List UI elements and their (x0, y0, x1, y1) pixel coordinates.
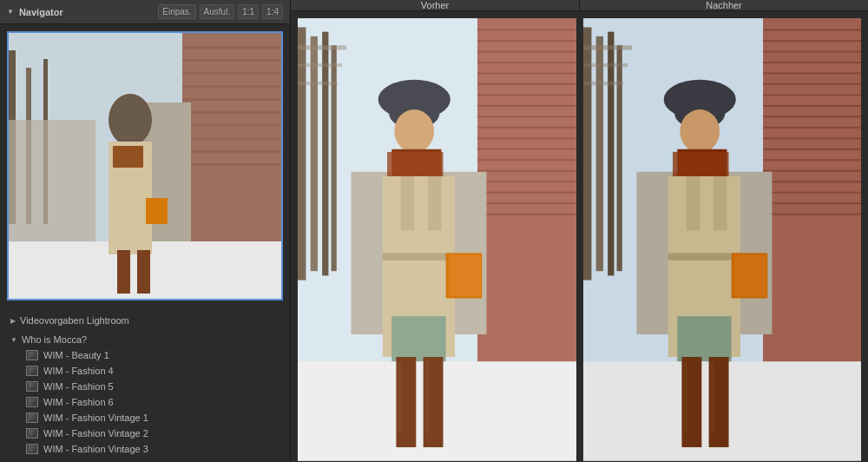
svg-rect-59 (401, 176, 415, 230)
svg-rect-112 (683, 361, 687, 433)
preset-group-who-is-mocca: ▼ Who is Mocca? WIM - Beauty 1 WIM - Fas… (0, 330, 290, 459)
navigator-image-container (0, 24, 290, 307)
svg-rect-23 (9, 120, 95, 241)
svg-rect-85 (763, 105, 861, 107)
preset-group-header-videovorgaben[interactable]: ▶ Videovorgaben Lightroom (0, 313, 290, 328)
preset-icon-wim-fashion-vintage2 (26, 428, 38, 439)
svg-rect-95 (763, 214, 861, 215)
svg-rect-3 (182, 59, 283, 62)
svg-rect-32 (477, 18, 575, 398)
group-label-who-is-mocca: Who is Mocca? (22, 334, 87, 345)
svg-rect-45 (477, 159, 575, 161)
preset-icon-wim-beauty1 (26, 350, 38, 360)
svg-rect-93 (763, 192, 861, 194)
svg-rect-38 (477, 83, 575, 85)
svg-rect-81 (763, 62, 861, 63)
svg-rect-49 (477, 202, 575, 204)
panel-title: Navigator (19, 7, 153, 17)
navigator-image[interactable] (7, 31, 283, 300)
svg-rect-39 (477, 94, 575, 96)
preset-icon-inner (29, 430, 36, 437)
svg-rect-71 (595, 36, 602, 271)
svg-rect-30 (298, 63, 342, 67)
svg-rect-76 (583, 82, 623, 85)
svg-rect-90 (763, 159, 861, 161)
compare-label-before: Vorher (291, 0, 580, 11)
panel-controls: Einpas. Ausful. 1:1 1:4 (158, 4, 283, 19)
svg-rect-31 (298, 82, 338, 85)
svg-rect-6 (182, 98, 283, 101)
preset-item-wim-fashion-vintage2[interactable]: WIM - Fashion Vintage 2 (0, 426, 290, 441)
preset-group-videovorgaben: ▶ Videovorgaben Lightroom (0, 311, 290, 330)
svg-rect-5 (182, 85, 283, 88)
svg-rect-68 (425, 361, 429, 433)
svg-rect-89 (763, 148, 861, 150)
after-label: Nachher (706, 0, 742, 10)
svg-rect-4 (182, 72, 283, 75)
preset-item-wim-fashion-vintage3[interactable]: WIM - Fashion Vintage 3 (0, 441, 290, 457)
svg-rect-34 (477, 40, 575, 42)
before-image[interactable] (298, 18, 576, 461)
svg-rect-104 (686, 176, 700, 230)
svg-rect-74 (583, 45, 632, 50)
svg-rect-47 (477, 181, 575, 182)
preset-item-wim-fashion5[interactable]: WIM - Fashion 5 (0, 379, 290, 394)
svg-rect-62 (391, 316, 445, 361)
svg-point-55 (394, 109, 434, 153)
svg-rect-29 (298, 45, 346, 50)
before-label: Vorher (421, 0, 449, 10)
preset-icon-wim-fashion-vintage3 (26, 444, 38, 454)
group-triangle-icon-who-is-mocca: ▼ (10, 336, 17, 344)
left-panel: ▼ Navigator Einpas. Ausful. 1:1 1:4 (0, 0, 291, 462)
svg-rect-50 (477, 214, 575, 215)
svg-rect-64 (449, 254, 481, 296)
right-panel: Vorher Nachher (291, 0, 868, 462)
einpas-button[interactable]: Einpas. (158, 4, 195, 19)
svg-rect-113 (710, 361, 713, 433)
preset-icon-inner (29, 399, 36, 406)
svg-rect-84 (763, 94, 861, 96)
preset-icon-inner (29, 446, 36, 452)
preset-label-wim-beauty1: WIM - Beauty 1 (43, 350, 109, 360)
preset-icon-inner (29, 414, 36, 421)
preset-item-wim-fashion-vintage1[interactable]: WIM - Fashion Vintage 1 (0, 410, 290, 426)
svg-rect-109 (733, 254, 766, 296)
preset-icon-wim-fashion-vintage1 (26, 412, 38, 423)
svg-rect-82 (763, 72, 861, 74)
ratio2-button[interactable]: 1:4 (262, 4, 283, 19)
preset-icon-inner (29, 367, 36, 374)
panel-collapse-icon[interactable]: ▼ (7, 8, 14, 16)
panel-header: ▼ Navigator Einpas. Ausful. 1:1 1:4 (0, 0, 290, 24)
svg-rect-19 (146, 198, 168, 224)
svg-rect-46 (477, 170, 575, 172)
svg-rect-10 (182, 150, 283, 153)
preset-icon-wim-fashion4 (26, 366, 38, 376)
group-label-videovorgaben: Videovorgaben Lightroom (20, 315, 129, 326)
svg-rect-28 (332, 45, 337, 271)
preset-icon-wim-fashion5 (26, 381, 38, 392)
svg-rect-41 (477, 116, 575, 117)
svg-rect-91 (763, 170, 861, 172)
svg-rect-2 (182, 46, 283, 49)
navigator-photo-svg (9, 33, 283, 300)
svg-rect-35 (477, 50, 575, 52)
preset-group-header-who-is-mocca[interactable]: ▼ Who is Mocca? (0, 332, 290, 347)
svg-rect-72 (608, 32, 614, 276)
compare-label-after: Nachher (580, 0, 868, 11)
svg-rect-73 (616, 45, 621, 271)
preset-item-wim-fashion4[interactable]: WIM - Fashion 4 (0, 363, 290, 379)
svg-point-100 (680, 109, 720, 153)
ratio1-button[interactable]: 1:1 (238, 4, 259, 19)
svg-rect-16 (113, 146, 143, 168)
preset-item-wim-fashion6[interactable]: WIM - Fashion 6 (0, 394, 290, 410)
ausful-button[interactable]: Ausful. (200, 4, 235, 19)
svg-rect-78 (763, 29, 861, 30)
svg-rect-88 (763, 137, 861, 139)
preset-label-wim-fashion-vintage3: WIM - Fashion Vintage 3 (43, 444, 148, 454)
compare-header: Vorher Nachher (291, 0, 868, 11)
preset-item-wim-beauty1[interactable]: WIM - Beauty 1 (0, 347, 290, 363)
after-image[interactable] (583, 18, 862, 461)
preset-label-wim-fashion-vintage1: WIM - Fashion Vintage 1 (43, 412, 148, 423)
svg-rect-17 (117, 250, 130, 294)
svg-rect-60 (428, 176, 442, 230)
